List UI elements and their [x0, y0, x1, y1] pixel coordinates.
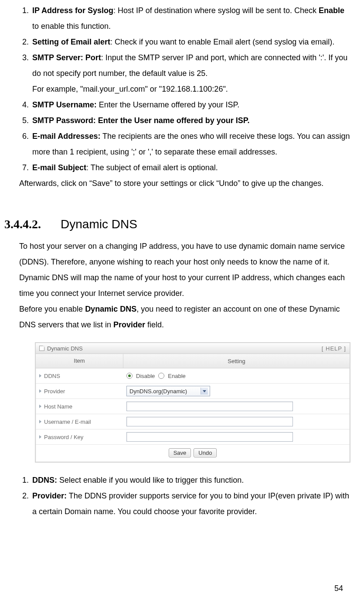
panel-title: Dynamic DNS	[47, 345, 83, 352]
list-text: Enter the Username offered by your ISP.	[97, 100, 240, 109]
row-label-text: Provider	[44, 388, 65, 395]
list-text: : Host IP of destination where syslog wi…	[113, 6, 319, 15]
row-label: Password / Key	[36, 434, 123, 440]
syslog-list: 1. IP Address for Syslog: Host IP of des…	[4, 3, 350, 175]
list-extra: For example, "mail.your_url.com" or "192…	[32, 85, 228, 93]
radio-label: Enable	[168, 373, 185, 379]
list-item: 2. Provider: The DDNS provider supports …	[19, 488, 350, 519]
row-label-text: DDNS	[44, 373, 60, 379]
list-text: Select enable if you would like to trigg…	[57, 476, 244, 484]
username-input[interactable]	[126, 417, 293, 426]
radio-label: Disable	[136, 373, 155, 379]
list-marker: 5.	[19, 113, 29, 128]
row-value	[123, 430, 350, 443]
list-label: DDNS:	[32, 476, 57, 484]
host-name-input[interactable]	[126, 402, 293, 411]
document-page: 1. IP Address for Syslog: Host IP of des…	[0, 0, 364, 601]
save-button[interactable]: Save	[169, 448, 191, 457]
triangle-icon	[39, 405, 41, 408]
text-bold: Provider	[113, 320, 145, 329]
row-label-text: Host Name	[44, 403, 72, 410]
table-row: DDNS Disable Enable	[36, 368, 350, 384]
ddns-list: 1. DDNS: Select enable if you would like…	[4, 472, 350, 519]
list-text: to enable this function.	[32, 22, 111, 31]
list-item: 4. SMTP Username: Enter the Username off…	[19, 97, 350, 113]
triangle-icon	[39, 420, 41, 423]
list-marker: 7.	[19, 160, 29, 175]
list-label: Setting of Email alert	[32, 38, 110, 46]
list-item: 5. SMTP Password: Enter the User name of…	[19, 113, 350, 128]
text: Before you enable	[19, 305, 85, 313]
header-item: Item	[36, 354, 123, 368]
list-item: 7. E-mail Subject: The subject of email …	[19, 160, 350, 175]
table-row: Username / E-mail	[36, 414, 350, 429]
list-marker: 2.	[19, 488, 29, 504]
dynamic-dns-panel: Dynamic DNS [ HELP ] Item Setting DDNS D…	[35, 342, 350, 463]
table-row: Provider DynDNS.org(Dynamic)	[36, 384, 350, 399]
radio-enable[interactable]	[158, 373, 164, 379]
list-marker: 1.	[19, 3, 29, 18]
text: field.	[145, 320, 164, 329]
list-text: : The subject of email alert is optional…	[86, 163, 218, 172]
row-label: Host Name	[36, 403, 123, 410]
row-label-text: Password / Key	[44, 434, 83, 440]
header-setting: Setting	[123, 358, 350, 364]
table-row: Password / Key	[36, 429, 350, 445]
list-label: Provider:	[32, 491, 67, 500]
section-heading: 3.4.4.2. Dynamic DNS	[4, 217, 350, 231]
section-paragraph: Before you enable Dynamic DNS, you need …	[4, 301, 350, 333]
triangle-icon	[39, 389, 41, 393]
row-label-text: Username / E-mail	[44, 419, 91, 425]
list-marker: 3.	[19, 50, 29, 65]
select-value: DynDNS.org(Dynamic)	[129, 388, 187, 395]
text-bold: Dynamic DNS	[85, 305, 136, 313]
row-label: DDNS	[36, 373, 123, 379]
list-text: : Check if you want to enable Email aler…	[110, 38, 334, 46]
list-label: SMTP Password: Enter the User name offer…	[32, 116, 249, 125]
list-marker: 2.	[19, 34, 29, 50]
list-label: SMTP Username:	[32, 100, 97, 109]
list-marker: 1.	[19, 472, 29, 488]
list-item: 3. SMTP Server: Port: Input the SMTP ser…	[19, 50, 350, 97]
page-icon	[39, 346, 44, 351]
list-item: 6. E-mail Addresses: The recipients are …	[19, 128, 350, 160]
triangle-icon	[39, 435, 41, 439]
section-title: Dynamic DNS	[61, 217, 137, 231]
list-item: 1. DDNS: Select enable if you would like…	[19, 472, 350, 488]
row-value: DynDNS.org(Dynamic)	[123, 384, 350, 398]
undo-button[interactable]: Undo	[194, 448, 217, 457]
table-header: Item Setting	[36, 354, 350, 368]
panel-footer: Save Undo	[36, 445, 350, 462]
list-label: IP Address for Syslog	[32, 6, 113, 15]
row-value: Disable Enable	[123, 371, 350, 381]
list-marker: 6.	[19, 128, 29, 144]
panel-titlebar: Dynamic DNS [ HELP ]	[36, 343, 350, 354]
after-list-paragraph: Afterwards, click on “Save” to store you…	[4, 175, 350, 191]
chevron-down-icon	[201, 388, 208, 395]
list-label: E-mail Subject	[32, 163, 86, 172]
list-marker: 4.	[19, 97, 29, 113]
list-label: E-mail Addresses:	[32, 132, 100, 141]
triangle-icon	[39, 374, 41, 378]
help-link[interactable]: [ HELP ]	[322, 345, 346, 352]
provider-select[interactable]: DynDNS.org(Dynamic)	[126, 386, 210, 396]
radio-disable[interactable]	[126, 373, 133, 379]
list-label: SMTP Server: Port	[32, 53, 101, 62]
list-text: The DDNS provider supports service for y…	[32, 491, 349, 516]
row-label: Username / E-mail	[36, 419, 123, 425]
list-item: 1. IP Address for Syslog: Host IP of des…	[19, 3, 350, 34]
table-row: Host Name	[36, 399, 350, 414]
list-label: Enable	[319, 6, 344, 15]
page-number: 54	[334, 584, 343, 593]
row-label: Provider	[36, 388, 123, 395]
row-value	[123, 400, 350, 413]
list-item: 2. Setting of Email alert: Check if you …	[19, 34, 350, 50]
section-number: 3.4.4.2.	[4, 217, 41, 231]
row-value	[123, 415, 350, 428]
section-paragraph: To host your server on a changing IP add…	[4, 238, 350, 301]
password-input[interactable]	[126, 432, 293, 442]
